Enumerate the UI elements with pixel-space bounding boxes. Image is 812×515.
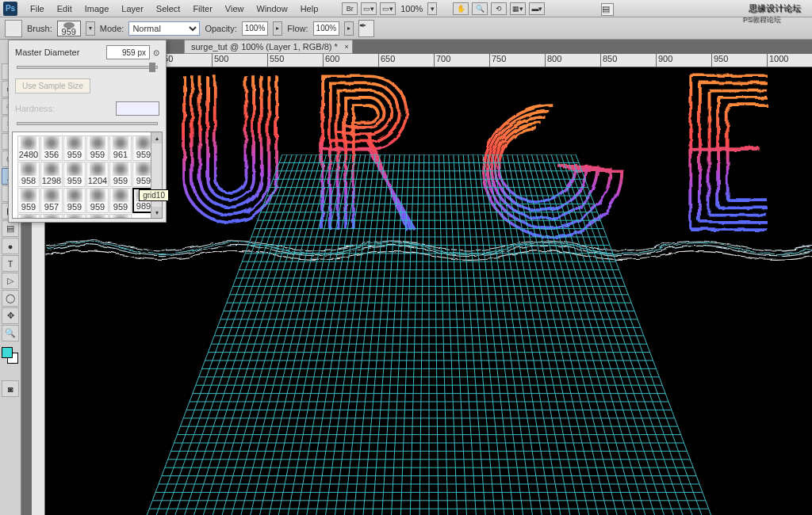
svg-line-57 (561, 154, 700, 515)
brush-thumb[interactable]: 959 (109, 162, 132, 187)
tool-shape[interactable]: ◯ (2, 290, 19, 307)
tool-hand[interactable]: ✥ (2, 307, 19, 324)
tool-preset-icon[interactable] (5, 20, 22, 37)
close-icon[interactable]: × (345, 43, 349, 51)
brush-thumb[interactable]: 958 (86, 214, 109, 219)
viewmode-icon[interactable]: ▭▾ (361, 2, 377, 15)
svg-line-31 (434, 154, 439, 515)
hardness-label: Hardness: (15, 104, 55, 113)
brush-preset-panel: Master Diameter ⊙ Use Sample Size Hardne… (8, 40, 167, 223)
svg-line-56 (556, 154, 690, 515)
brush-thumb[interactable]: 961 (109, 135, 132, 161)
use-sample-size-button[interactable]: Use Sample Size (15, 78, 90, 93)
svg-line-4 (167, 154, 301, 515)
svg-line-29 (419, 154, 424, 515)
flyout-icon[interactable]: ⊙ (153, 48, 159, 57)
svg-line-19 (318, 154, 374, 515)
master-diameter-input[interactable] (106, 45, 150, 59)
flow-arrow[interactable]: ▸ (344, 21, 354, 36)
tooltip: grid10 (139, 189, 169, 201)
tool-type[interactable]: T (2, 255, 19, 272)
tool-gradient[interactable]: ▤ (2, 220, 19, 237)
menu-file[interactable]: File (24, 4, 51, 13)
color-swatches[interactable] (2, 347, 19, 369)
menu-help[interactable]: Help (294, 4, 325, 13)
opacity-arrow[interactable]: ▸ (273, 21, 282, 36)
document-tab[interactable]: surge_tut @ 100% (Layer 1, RGB/8) *× (184, 40, 353, 54)
flow-label: Flow: (287, 24, 308, 33)
menu-view[interactable]: View (219, 4, 251, 13)
foreground-color[interactable] (2, 347, 13, 358)
tool-dodge[interactable]: ● (2, 238, 19, 254)
tool-zoom[interactable]: 🔍 (2, 325, 19, 341)
brush-thumb[interactable]: 959 (109, 188, 132, 213)
menu-image[interactable]: Image (79, 4, 116, 13)
options-bar: Brush: 959 ▾ Mode: Normal Opacity: 100% … (0, 17, 812, 40)
svg-line-26 (389, 154, 409, 515)
quickmask-icon[interactable]: ◙ (2, 380, 19, 397)
brush-thumb[interactable]: 959 (17, 188, 40, 213)
menu-layer[interactable]: Layer (115, 4, 150, 13)
zoom-icon[interactable]: 🔍 (472, 2, 488, 15)
tool-pen[interactable]: ▷ (2, 273, 19, 289)
hand-icon[interactable]: ✋ (453, 2, 469, 15)
menu-edit[interactable]: Edit (51, 4, 79, 13)
artwork-grid (128, 154, 730, 515)
panel-icon[interactable]: ▤ (601, 3, 614, 16)
brush-thumb[interactable]: 356 (40, 135, 63, 161)
brush-dropdown[interactable]: ▾ (86, 21, 95, 36)
brush-thumb[interactable]: 1204 (86, 162, 109, 187)
master-diameter-label: Master Diameter (15, 48, 79, 57)
mode-select[interactable]: Normal (128, 21, 200, 36)
svg-line-38 (468, 154, 509, 515)
screenmode-icon[interactable]: ▭▾ (380, 2, 396, 15)
opacity-field[interactable]: 100% (242, 21, 269, 36)
brush-thumb[interactable]: 959 (86, 135, 109, 161)
svg-line-34 (448, 154, 469, 515)
brush-thumb[interactable]: 959 (40, 214, 63, 219)
mode-label: Mode: (100, 24, 124, 33)
brush-thumb[interactable]: 959 (63, 188, 86, 213)
airbrush-icon[interactable]: ✒ (358, 20, 374, 37)
svg-line-28 (408, 154, 419, 515)
bridge-icon[interactable]: Br (342, 2, 358, 15)
svg-line-60 (576, 154, 730, 515)
brush-thumb[interactable]: 959 (63, 135, 86, 161)
svg-line-11 (238, 154, 336, 515)
brush-thumb[interactable]: 958 (17, 162, 40, 187)
opacity-label: Opacity: (205, 24, 236, 33)
screen-icon[interactable]: ▬▾ (529, 2, 545, 15)
svg-line-41 (482, 154, 538, 515)
brush-thumb[interactable]: 958 (109, 214, 132, 219)
scrollbar[interactable]: ▴▾ (151, 132, 162, 218)
svg-line-22 (348, 154, 389, 515)
watermark: 思缘设计论坛 PS教程论坛 (742, 2, 807, 25)
menu-select[interactable]: Select (150, 4, 187, 13)
arrange-icon[interactable]: ▦▾ (510, 2, 526, 15)
brush-preview[interactable]: 959 (57, 21, 81, 36)
brush-thumb[interactable]: 957 (40, 188, 63, 213)
brush-thumb[interactable]: 2480 (17, 135, 40, 161)
svg-line-43 (492, 154, 560, 515)
brush-thumb[interactable]: 1298 (40, 162, 63, 187)
rotate-icon[interactable]: ⟲ (491, 2, 507, 15)
svg-line-3 (158, 154, 297, 515)
brush-thumb[interactable]: 959 (63, 162, 86, 187)
brush-label: Brush: (27, 24, 52, 33)
brush-thumb[interactable]: 959 (63, 214, 86, 219)
diameter-slider[interactable] (17, 66, 158, 69)
svg-line-17 (298, 154, 366, 515)
menu-filter[interactable]: Filter (186, 4, 218, 13)
brush-thumb[interactable]: 959 (86, 188, 109, 213)
brush-thumb[interactable]: 960 (17, 214, 40, 219)
hardness-input[interactable] (116, 101, 159, 116)
svg-line-5 (178, 154, 306, 515)
hardness-slider[interactable] (17, 122, 158, 125)
app-icon: Ps (3, 2, 17, 16)
zoom-value[interactable]: 100% (397, 4, 426, 13)
zoom-dropdown[interactable]: ▾ (427, 2, 437, 15)
menu-window[interactable]: Window (251, 4, 294, 13)
flow-field[interactable]: 100% (313, 21, 340, 36)
svg-line-55 (551, 154, 680, 515)
svg-line-32 (439, 154, 449, 515)
